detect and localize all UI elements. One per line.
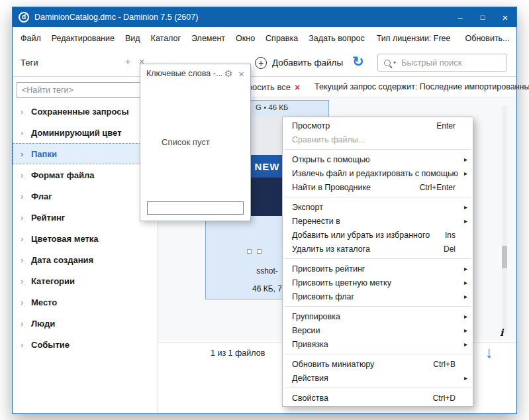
window-title: DaminionCatalog.dmc - Daminion 7.5 (2607… xyxy=(34,13,198,22)
find-tags-input[interactable] xyxy=(17,85,146,95)
tree-item-label: Событие xyxy=(31,340,70,350)
refresh-icon: ↻ xyxy=(352,54,364,69)
add-files-label: Добавить файлы xyxy=(272,58,343,68)
menu-separator xyxy=(285,306,471,307)
menu-file[interactable]: Файл xyxy=(15,34,46,43)
refresh-button[interactable]: ↻ xyxy=(352,53,364,70)
tree-item-label: Формат файла xyxy=(31,170,95,180)
menu-element[interactable]: Элемент xyxy=(186,34,230,43)
tree-item-label: Цветовая метка xyxy=(31,234,99,244)
rating-placeholder-icon xyxy=(257,249,262,254)
submenu-arrow-icon: ▸ xyxy=(456,327,467,334)
keywords-panel-header[interactable]: Ключевые слова -... ⚙ × xyxy=(140,64,250,83)
context-menu-item-export[interactable]: Экспорт ▸ xyxy=(283,200,473,214)
add-files-icon: + xyxy=(255,57,267,69)
menu-item-label: Группировка xyxy=(292,312,340,321)
menu-separator xyxy=(285,388,471,388)
menu-catalog[interactable]: Каталог xyxy=(146,34,186,43)
context-menu-item-delete-from-catalog[interactable]: Удалить из каталога Del xyxy=(283,242,473,256)
chevron-right-icon: › xyxy=(21,255,30,265)
context-menu-item-grouping[interactable]: Группировка ▸ xyxy=(283,309,473,323)
vertical-scrollbar[interactable] xyxy=(502,105,507,334)
context-menu-item-add-remove-favorites[interactable]: Добавить или убрать из избранного Ins xyxy=(283,228,473,242)
context-menu-item-extract-edit-with[interactable]: Извлечь файл и редактировать с помощью ▸ xyxy=(283,166,473,180)
tree-item-label: Сохраненные запросы xyxy=(31,107,129,117)
download-arrow-icon[interactable]: ↓ xyxy=(485,344,493,362)
menu-item-label: Действия xyxy=(292,374,328,383)
context-menu-item-find-in-explorer[interactable]: Найти в Проводнике Ctrl+Enter xyxy=(283,180,473,194)
context-menu-item-move-to[interactable]: Перенести в ▸ xyxy=(283,214,473,228)
quick-search-box[interactable]: ▾ xyxy=(377,54,507,72)
minimize-button[interactable]: – xyxy=(449,7,471,27)
maximize-button[interactable]: □ xyxy=(471,7,494,27)
context-menu-item-open-with[interactable]: Открыть с помощью ▸ xyxy=(283,152,473,166)
tree-item-rating[interactable]: › Рейтинг xyxy=(13,207,158,228)
chevron-right-icon: › xyxy=(21,297,30,307)
context-menu-item-assign-flag[interactable]: Присвоить флаг ▸ xyxy=(283,289,473,303)
context-menu-item-refresh-thumbnail[interactable]: Обновить миниатюру Ctrl+B xyxy=(283,357,473,371)
submenu-arrow-icon: ▸ xyxy=(456,293,467,300)
tree-item-label: Папки xyxy=(31,149,57,159)
chevron-right-icon: › xyxy=(21,191,30,201)
app-window: d DaminionCatalog.dmc - Daminion 7.5 (26… xyxy=(12,7,517,414)
tree-item-creation-date[interactable]: › Дата создания xyxy=(13,249,158,270)
tree-item-flag[interactable]: › Флаг xyxy=(13,185,158,207)
menu-edit[interactable]: Редактирование xyxy=(46,34,120,43)
scrollbar-thumb[interactable] xyxy=(502,246,507,268)
tree-item-label: Доминирующий цвет xyxy=(31,128,122,138)
add-files-button[interactable]: + Добавить файлы xyxy=(255,55,343,70)
close-button[interactable]: × xyxy=(494,7,516,27)
tree-item-label: Рейтинг xyxy=(31,213,65,223)
license-type-label: Тип лицензии: Free xyxy=(370,34,457,43)
context-menu-item-view[interactable]: Просмотр Enter xyxy=(283,119,473,132)
chevron-right-icon: › xyxy=(21,107,30,117)
context-menu-item-actions[interactable]: Действия ▸ xyxy=(283,371,473,385)
context-menu-item-assign-color-label[interactable]: Присвоить цветную метку ▸ xyxy=(283,276,473,289)
reset-close-icon[interactable]: × xyxy=(295,82,300,93)
close-icon: × xyxy=(503,12,508,23)
submenu-arrow-icon: ▸ xyxy=(456,374,467,382)
tree-item-people[interactable]: › Люди xyxy=(13,313,158,334)
chevron-right-icon: › xyxy=(21,319,30,329)
context-menu-item-versions[interactable]: Версии ▸ xyxy=(283,323,473,337)
context-menu-item-assign-rating[interactable]: Присвоить рейтинг ▸ xyxy=(283,262,473,276)
quick-search-input[interactable] xyxy=(401,58,506,68)
app-icon: d xyxy=(19,12,29,23)
tree-item-categories[interactable]: › Категории xyxy=(13,270,158,291)
context-menu-item-compare-files: Сравнить файлы... xyxy=(283,132,473,146)
menu-item-shortcut: Ins xyxy=(445,231,456,240)
menu-help[interactable]: Справка xyxy=(260,34,303,43)
menu-update[interactable]: Обновить... xyxy=(457,34,518,43)
menu-item-label: Привязка xyxy=(292,340,328,349)
submenu-arrow-icon: ▸ xyxy=(456,265,467,272)
menu-ask-question[interactable]: Задать вопрос xyxy=(303,34,370,43)
info-icon[interactable]: i xyxy=(500,327,503,338)
minimize-icon: – xyxy=(457,13,462,23)
search-dropdown-icon[interactable]: ▾ xyxy=(393,60,396,66)
menu-view[interactable]: Вид xyxy=(120,34,146,43)
tree-item-folders[interactable]: › Папки xyxy=(13,143,158,164)
gear-icon[interactable]: ⚙ xyxy=(224,68,233,79)
tree-item-dominant-color[interactable]: › Доминирующий цвет xyxy=(13,122,158,143)
tree-item-place[interactable]: › Место xyxy=(13,291,158,313)
tree-item-file-format[interactable]: › Формат файла xyxy=(13,164,158,185)
keywords-panel-close-icon[interactable]: × xyxy=(238,68,244,79)
menu-window[interactable]: Окно xyxy=(230,34,260,43)
menu-item-label: Добавить или убрать из избранного xyxy=(292,231,430,240)
context-menu-item-linking[interactable]: Привязка ▸ xyxy=(283,337,473,351)
menu-item-label: Удалить из каталога xyxy=(292,244,370,254)
menu-separator xyxy=(285,149,471,150)
titlebar: d DaminionCatalog.dmc - Daminion 7.5 (26… xyxy=(13,7,516,27)
tree-item-color-label[interactable]: › Цветовая метка xyxy=(13,228,158,249)
keywords-panel: Ключевые слова -... ⚙ × Список пуст xyxy=(140,64,251,221)
tree-item-event[interactable]: › Событие xyxy=(13,334,158,355)
add-tag-icon[interactable]: + xyxy=(125,57,130,66)
current-query-text: Текущий запрос содержит: Последние импор… xyxy=(314,82,529,91)
chevron-right-icon: › xyxy=(21,149,30,159)
menu-item-label: Экспорт xyxy=(292,203,323,212)
tree-item-saved-searches[interactable]: › Сохраненные запросы xyxy=(13,101,158,122)
file-count: 1 из 1 файлов xyxy=(211,348,265,358)
menu-item-shortcut: Enter xyxy=(436,121,456,131)
keywords-input[interactable] xyxy=(147,201,244,215)
context-menu-item-properties[interactable]: Свойства Ctrl+D xyxy=(283,391,473,405)
